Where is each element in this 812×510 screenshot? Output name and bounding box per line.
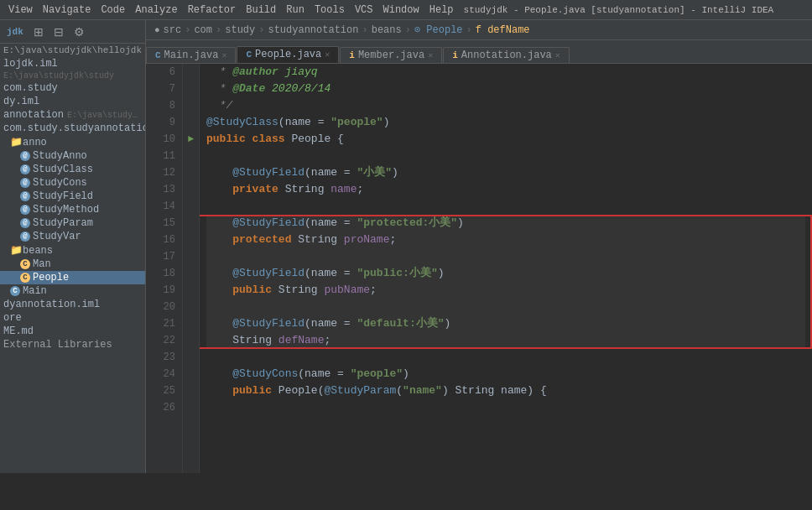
sidebar-annotation[interactable]: annotation E:\java\studyjdk\stu — [0, 108, 145, 122]
close-tab-annotation[interactable]: ✕ — [555, 50, 560, 60]
menu-bar: View Navigate Code Analyze Refactor Buil… — [0, 0, 812, 20]
sidebar-StudyField[interactable]: @ StudyField — [0, 190, 145, 203]
menu-vcs[interactable]: VCS — [350, 0, 378, 19]
sidebar-StudyCons[interactable]: @ StudyCons — [0, 176, 145, 190]
code-line: * @Date 2020/8/14 — [206, 81, 805, 97]
tab-Main[interactable]: C Main.java ✕ — [146, 47, 236, 63]
code-line — [206, 299, 805, 315]
tab-label: Member.java — [358, 49, 424, 61]
code-line: public People(@StudyParam("name") String… — [206, 382, 805, 399]
sidebar-Main[interactable]: C Main — [0, 284, 145, 298]
sidebar-StudyVar[interactable]: @ StudyVar — [0, 230, 145, 243]
code-line: * @author jiayq — [206, 64, 805, 81]
line-numbers: 67891011121314151617181920212223242526 — [146, 64, 183, 473]
code-line: public class People { — [206, 131, 805, 148]
menu-analyze[interactable]: Analyze — [130, 0, 182, 19]
code-line: String defName; — [206, 332, 805, 349]
tabs-bar: C Main.java ✕ C People.java ✕ i Member.j… — [146, 40, 812, 64]
code-line — [206, 148, 805, 164]
menu-code[interactable]: Code — [96, 0, 130, 19]
sidebar-com-study-annotation[interactable]: com.study.studyannotation — [0, 122, 145, 135]
sidebar-Man[interactable]: C Man — [0, 258, 145, 271]
annotation-icon: @ — [20, 178, 30, 188]
code-line: @StudyField(name = "default:小美") — [206, 315, 805, 332]
code-line — [206, 399, 805, 416]
sidebar-StudyAnno[interactable]: @ StudyAnno — [0, 149, 145, 163]
folder-icon: 📁 — [10, 136, 23, 148]
editor-panel: ● src › com › study › studyannotation › … — [146, 20, 812, 473]
code-line: private String name; — [206, 181, 805, 198]
tab-interface-icon: i — [349, 50, 355, 60]
close-tab-people[interactable]: ✕ — [325, 49, 330, 60]
editor-area[interactable]: 67891011121314151617181920212223242526► … — [146, 64, 812, 473]
folder-icon: 📁 — [10, 244, 23, 257]
menu-navigate[interactable]: Navigate — [38, 0, 96, 19]
code-line: @StudyClass(name = "people") — [206, 114, 805, 131]
code-line — [206, 248, 805, 265]
tab-label: Main.java — [164, 49, 219, 61]
sidebar-anno-folder[interactable]: 📁 anno — [0, 135, 145, 149]
tab-People[interactable]: C People.java ✕ — [237, 46, 339, 63]
sidebar-external-libs[interactable]: External Libraries — [0, 338, 145, 351]
sidebar-MEmd[interactable]: ME.md — [0, 325, 145, 338]
sidebar-dyannotation-iml[interactable]: dyannotation.iml — [0, 298, 145, 311]
menu-tools[interactable]: Tools — [310, 0, 350, 19]
menu-run[interactable]: Run — [281, 0, 310, 19]
menu-view[interactable]: View — [3, 0, 38, 19]
code-line: @StudyField(name = "protected:小美") — [206, 215, 805, 232]
sidebar-project-path: E:\java\studyjdk\hellojdk — [0, 44, 145, 57]
annotation-icon: @ — [20, 191, 30, 201]
class-icon: C — [10, 286, 20, 296]
tab-label: Annotation.java — [461, 49, 552, 61]
annotation-icon: @ — [20, 164, 30, 174]
sidebar-path-study: E:\java\studyjdk\study — [0, 70, 145, 81]
annotation-icon: @ — [20, 151, 30, 161]
code-lines: * @author jiayq * @Date 2020/8/14 */@Stu… — [200, 64, 812, 473]
close-tab-member[interactable]: ✕ — [428, 50, 433, 60]
sidebar-dyiml[interactable]: dy.iml — [0, 95, 145, 108]
menu-window[interactable]: Window — [378, 0, 424, 19]
expand-button[interactable]: ⊞ — [30, 23, 47, 40]
sidebar-People[interactable]: C People — [0, 271, 145, 284]
editor-content: 67891011121314151617181920212223242526► … — [146, 64, 812, 473]
tab-Annotation[interactable]: i Annotation.java ✕ — [443, 47, 570, 63]
annotation-icon: @ — [20, 218, 30, 228]
title-bar-text: studyjdk - People.java [studyannotation]… — [459, 0, 809, 19]
tab-class-icon: C — [246, 49, 252, 60]
tab-label: People.java — [255, 49, 321, 60]
menu-help[interactable]: Help — [424, 0, 459, 19]
settings-button[interactable]: ⚙ — [70, 23, 88, 40]
code-line: @StudyField(name = "小美") — [206, 164, 805, 181]
collapse-button[interactable]: ⊟ — [50, 23, 67, 40]
tab-class-icon: C — [155, 50, 161, 60]
class-icon: C — [20, 273, 30, 283]
breadcrumb: ● src › com › study › studyannotation › … — [146, 20, 812, 40]
sidebar-ore[interactable]: ore — [0, 311, 145, 325]
gutter: ► — [183, 64, 200, 473]
sidebar-toolbar: jdk ⊞ ⊟ ⚙ — [0, 20, 145, 44]
sidebar-content: E:\java\studyjdk\hellojdk lojdk.iml E:\j… — [0, 44, 145, 473]
code-line: @StudyCons(name = "people") — [206, 366, 805, 382]
sidebar-StudyParam[interactable]: @ StudyParam — [0, 216, 145, 230]
sidebar-StudyClass[interactable]: @ StudyClass — [0, 163, 145, 176]
code-line — [206, 198, 805, 215]
code-line: */ — [206, 97, 805, 114]
annotation-icon: @ — [20, 205, 30, 215]
annotation-icon: @ — [20, 232, 30, 242]
code-line: protected String proName; — [206, 232, 805, 248]
sidebar-beans-folder[interactable]: 📁 beans — [0, 243, 145, 258]
class-icon: C — [20, 259, 30, 269]
sidebar-lojdk[interactable]: lojdk.iml — [0, 57, 145, 70]
main-layout: jdk ⊞ ⊟ ⚙ E:\java\studyjdk\hellojdk lojd… — [0, 20, 812, 473]
tab-Member[interactable]: i Member.java ✕ — [340, 47, 442, 63]
sidebar: jdk ⊞ ⊟ ⚙ E:\java\studyjdk\hellojdk lojd… — [0, 20, 146, 473]
sidebar-comstudy[interactable]: com.study — [0, 81, 145, 95]
code-line: public String pubName; — [206, 282, 805, 299]
code-line: @StudyField(name = "public:小美") — [206, 265, 805, 282]
tab-interface-icon: i — [452, 50, 458, 60]
close-tab-main[interactable]: ✕ — [221, 50, 226, 60]
sidebar-StudyMethod[interactable]: @ StudyMethod — [0, 203, 145, 216]
sidebar-project-label: jdk — [3, 27, 27, 37]
menu-build[interactable]: Build — [241, 0, 281, 19]
menu-refactor[interactable]: Refactor — [183, 0, 242, 19]
